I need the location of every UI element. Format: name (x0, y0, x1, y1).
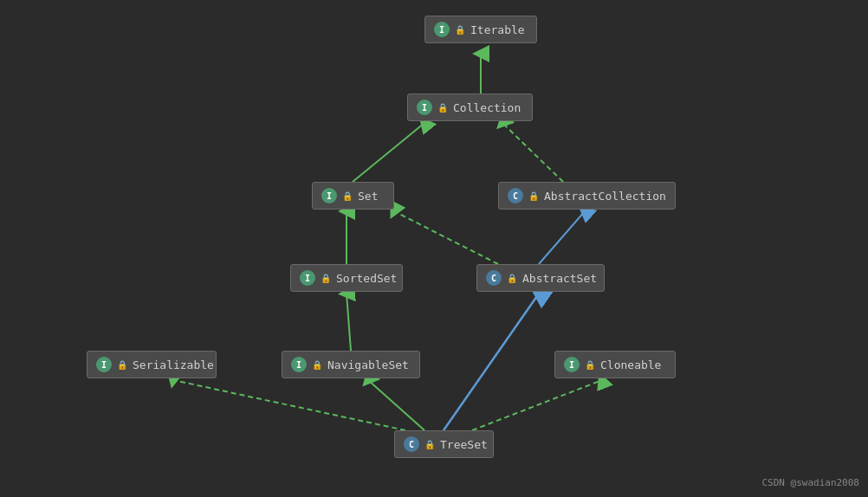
diagram-container: I 🔒 Iterable I 🔒 Collection I 🔒 Set C 🔒 … (0, 0, 868, 497)
node-navigableset[interactable]: I 🔒 NavigableSet (282, 351, 420, 378)
label-abstractset: AbstractSet (522, 272, 597, 285)
label-abstractcollection: AbstractCollection (544, 190, 666, 203)
lock-collection: 🔒 (437, 103, 448, 113)
label-iterable: Iterable (470, 23, 525, 36)
svg-line-10 (368, 380, 424, 430)
node-cloneable[interactable]: I 🔒 Cloneable (554, 351, 676, 378)
svg-line-7 (394, 211, 498, 264)
label-collection: Collection (453, 101, 521, 114)
badge-abstractset: C (486, 270, 502, 286)
watermark: CSDN @swadian2008 (761, 477, 859, 488)
lock-iterable: 🔒 (455, 25, 465, 35)
node-set[interactable]: I 🔒 Set (312, 182, 394, 210)
svg-line-12 (472, 380, 602, 430)
lock-serializable: 🔒 (117, 360, 127, 370)
badge-sortedset: I (300, 270, 315, 286)
badge-cloneable: I (564, 357, 580, 372)
node-abstractcollection[interactable]: C 🔒 AbstractCollection (498, 182, 676, 210)
badge-serializable: I (96, 357, 112, 372)
node-iterable[interactable]: I 🔒 Iterable (424, 16, 537, 43)
label-treeset: TreeSet (440, 438, 488, 451)
label-navigableset: NavigableSet (327, 358, 409, 371)
svg-line-5 (502, 123, 563, 182)
label-serializable: Serializable (133, 358, 214, 371)
connections-svg (0, 0, 868, 497)
badge-abstractcollection: C (508, 188, 523, 203)
badge-collection: I (417, 100, 432, 115)
node-serializable[interactable]: I 🔒 Serializable (87, 351, 217, 378)
lock-sortedset: 🔒 (321, 274, 331, 283)
svg-line-4 (353, 123, 424, 182)
lock-cloneable: 🔒 (585, 360, 595, 370)
label-cloneable: Cloneable (600, 358, 661, 371)
lock-navigableset: 🔒 (312, 360, 322, 370)
svg-line-13 (444, 294, 539, 430)
node-abstractset[interactable]: C 🔒 AbstractSet (476, 264, 605, 292)
badge-navigableset: I (291, 357, 307, 372)
label-sortedset: SortedSet (336, 272, 397, 285)
lock-abstractset: 🔒 (507, 274, 517, 283)
lock-treeset: 🔒 (424, 440, 435, 449)
badge-iterable: I (434, 22, 450, 37)
label-set: Set (358, 190, 378, 203)
node-collection[interactable]: I 🔒 Collection (407, 94, 533, 121)
svg-line-11 (173, 380, 405, 430)
badge-set: I (321, 188, 337, 203)
lock-set: 🔒 (342, 191, 353, 201)
svg-line-8 (539, 211, 585, 264)
lock-abstractcollection: 🔒 (528, 191, 539, 201)
badge-treeset: C (404, 436, 419, 452)
svg-line-9 (347, 294, 351, 351)
node-treeset[interactable]: C 🔒 TreeSet (394, 430, 494, 458)
node-sortedset[interactable]: I 🔒 SortedSet (290, 264, 403, 292)
